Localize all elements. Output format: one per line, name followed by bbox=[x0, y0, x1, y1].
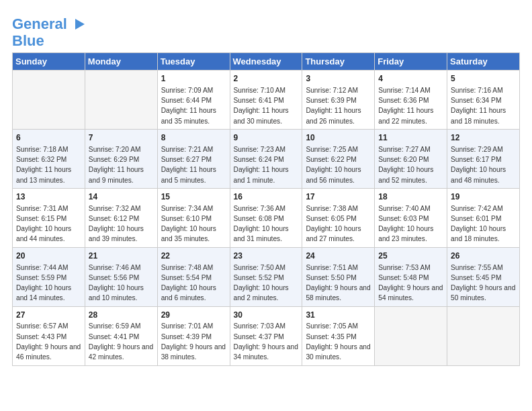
cell-sunset: Sunset: 6:03 PM bbox=[378, 215, 429, 222]
day-number: 2 bbox=[234, 73, 299, 85]
day-number: 7 bbox=[89, 132, 154, 144]
cell-daylight: Daylight: 10 hours and 6 minutes. bbox=[161, 284, 216, 302]
calendar-week-row: 20Sunrise: 7:44 AMSunset: 5:59 PMDayligh… bbox=[13, 247, 520, 306]
cell-sunset: Sunset: 5:52 PM bbox=[234, 274, 284, 281]
cell-sunrise: Sunrise: 7:42 AM bbox=[451, 205, 503, 212]
cell-sunset: Sunset: 6:27 PM bbox=[161, 156, 212, 163]
day-number: 24 bbox=[306, 250, 371, 262]
calendar-cell: 23Sunrise: 7:50 AMSunset: 5:52 PMDayligh… bbox=[230, 247, 302, 306]
cell-daylight: Daylight: 10 hours and 44 minutes. bbox=[16, 225, 71, 242]
cell-daylight: Daylight: 9 hours and 34 minutes. bbox=[234, 343, 298, 361]
weekday-header: Wednesday bbox=[230, 53, 302, 71]
day-number: 8 bbox=[161, 132, 226, 144]
cell-daylight: Daylight: 9 hours and 38 minutes. bbox=[161, 343, 226, 361]
day-number: 14 bbox=[89, 191, 154, 203]
calendar-cell: 31Sunrise: 7:05 AMSunset: 4:35 PMDayligh… bbox=[302, 306, 375, 365]
day-number: 27 bbox=[16, 310, 81, 321]
cell-sunrise: Sunrise: 7:29 AM bbox=[451, 146, 503, 153]
cell-sunrise: Sunrise: 7:32 AM bbox=[89, 205, 141, 212]
day-number: 29 bbox=[161, 310, 226, 321]
cell-sunrise: Sunrise: 7:01 AM bbox=[161, 322, 214, 330]
cell-sunset: Sunset: 6:10 PM bbox=[161, 215, 212, 222]
cell-sunrise: Sunrise: 7:34 AM bbox=[161, 205, 214, 212]
day-number: 22 bbox=[161, 250, 226, 262]
cell-daylight: Daylight: 9 hours and 42 minutes. bbox=[89, 343, 153, 361]
day-number: 28 bbox=[89, 310, 154, 321]
calendar-cell: 1Sunrise: 7:09 AMSunset: 6:44 PMDaylight… bbox=[157, 71, 230, 130]
cell-sunset: Sunset: 4:41 PM bbox=[89, 333, 139, 340]
day-number: 25 bbox=[378, 250, 443, 262]
cell-sunset: Sunset: 6:15 PM bbox=[16, 215, 66, 222]
day-number: 9 bbox=[234, 132, 299, 144]
cell-sunset: Sunset: 6:05 PM bbox=[306, 215, 356, 222]
cell-sunset: Sunset: 6:17 PM bbox=[451, 156, 501, 163]
calendar-week-row: 1Sunrise: 7:09 AMSunset: 6:44 PMDaylight… bbox=[13, 71, 520, 130]
cell-sunset: Sunset: 6:24 PM bbox=[234, 156, 284, 163]
day-number: 20 bbox=[16, 250, 81, 262]
day-number: 10 bbox=[306, 132, 371, 144]
cell-sunset: Sunset: 4:43 PM bbox=[16, 333, 66, 340]
cell-daylight: Daylight: 10 hours and 23 minutes. bbox=[378, 225, 433, 242]
calendar-cell: 27Sunrise: 6:57 AMSunset: 4:43 PMDayligh… bbox=[13, 306, 85, 365]
calendar-cell: 26Sunrise: 7:55 AMSunset: 5:45 PMDayligh… bbox=[447, 247, 520, 306]
cell-sunrise: Sunrise: 7:46 AM bbox=[89, 264, 141, 271]
cell-sunrise: Sunrise: 7:18 AM bbox=[16, 146, 69, 153]
cell-sunrise: Sunrise: 7:55 AM bbox=[451, 264, 503, 271]
calendar-cell: 24Sunrise: 7:51 AMSunset: 5:50 PMDayligh… bbox=[302, 247, 375, 306]
cell-sunset: Sunset: 6:12 PM bbox=[89, 215, 139, 222]
weekday-header: Monday bbox=[85, 53, 157, 71]
cell-sunset: Sunset: 6:29 PM bbox=[89, 156, 139, 163]
cell-sunset: Sunset: 5:59 PM bbox=[16, 274, 66, 281]
calendar-cell: 29Sunrise: 7:01 AMSunset: 4:39 PMDayligh… bbox=[157, 306, 230, 365]
cell-sunrise: Sunrise: 7:20 AM bbox=[89, 146, 141, 153]
cell-daylight: Daylight: 9 hours and 58 minutes. bbox=[306, 284, 370, 302]
calendar-cell bbox=[447, 306, 520, 365]
calendar-cell: 17Sunrise: 7:38 AMSunset: 6:05 PMDayligh… bbox=[302, 188, 375, 247]
cell-sunrise: Sunrise: 7:03 AM bbox=[234, 322, 286, 330]
cell-daylight: Daylight: 11 hours and 22 minutes. bbox=[378, 107, 433, 124]
cell-sunset: Sunset: 6:41 PM bbox=[234, 97, 284, 104]
cell-sunset: Sunset: 6:22 PM bbox=[306, 156, 356, 163]
cell-daylight: Daylight: 10 hours and 52 minutes. bbox=[378, 166, 433, 183]
day-number: 6 bbox=[16, 132, 81, 144]
cell-daylight: Daylight: 11 hours and 5 minutes. bbox=[161, 166, 216, 183]
cell-sunset: Sunset: 6:44 PM bbox=[161, 97, 212, 104]
calendar-cell: 3Sunrise: 7:12 AMSunset: 6:39 PMDaylight… bbox=[302, 71, 375, 130]
calendar-cell: 12Sunrise: 7:29 AMSunset: 6:17 PMDayligh… bbox=[447, 129, 520, 188]
cell-sunrise: Sunrise: 7:51 AM bbox=[306, 264, 358, 271]
cell-daylight: Daylight: 9 hours and 30 minutes. bbox=[306, 343, 370, 361]
calendar-cell: 7Sunrise: 7:20 AMSunset: 6:29 PMDaylight… bbox=[85, 129, 157, 188]
cell-sunrise: Sunrise: 7:16 AM bbox=[451, 87, 503, 94]
calendar-cell bbox=[13, 71, 85, 130]
cell-sunset: Sunset: 6:01 PM bbox=[451, 215, 501, 222]
cell-daylight: Daylight: 10 hours and 2 minutes. bbox=[234, 284, 289, 302]
day-number: 30 bbox=[234, 310, 299, 321]
day-number: 17 bbox=[306, 191, 371, 203]
cell-sunrise: Sunrise: 7:31 AM bbox=[16, 205, 69, 212]
calendar-cell: 4Sunrise: 7:14 AMSunset: 6:36 PMDaylight… bbox=[375, 71, 447, 130]
cell-daylight: Daylight: 10 hours and 18 minutes. bbox=[451, 225, 506, 242]
cell-daylight: Daylight: 10 hours and 39 minutes. bbox=[89, 225, 144, 242]
day-number: 18 bbox=[378, 191, 443, 203]
cell-sunrise: Sunrise: 6:57 AM bbox=[16, 322, 69, 330]
cell-sunrise: Sunrise: 7:53 AM bbox=[378, 264, 431, 271]
cell-daylight: Daylight: 11 hours and 1 minute. bbox=[234, 166, 289, 183]
cell-sunrise: Sunrise: 7:14 AM bbox=[378, 87, 431, 94]
header-row: General Blue bbox=[12, 12, 520, 48]
cell-daylight: Daylight: 11 hours and 26 minutes. bbox=[306, 107, 361, 124]
cell-sunset: Sunset: 4:35 PM bbox=[306, 333, 356, 340]
calendar-cell: 21Sunrise: 7:46 AMSunset: 5:56 PMDayligh… bbox=[85, 247, 157, 306]
cell-sunrise: Sunrise: 7:09 AM bbox=[161, 87, 214, 94]
logo: General Blue bbox=[12, 15, 89, 48]
calendar-cell: 20Sunrise: 7:44 AMSunset: 5:59 PMDayligh… bbox=[13, 247, 85, 306]
weekday-header: Saturday bbox=[447, 53, 520, 71]
cell-sunrise: Sunrise: 7:40 AM bbox=[378, 205, 431, 212]
calendar-cell: 9Sunrise: 7:23 AMSunset: 6:24 PMDaylight… bbox=[230, 129, 302, 188]
calendar-cell: 2Sunrise: 7:10 AMSunset: 6:41 PMDaylight… bbox=[230, 71, 302, 130]
calendar-cell bbox=[375, 306, 447, 365]
day-number: 15 bbox=[161, 191, 226, 203]
cell-sunset: Sunset: 6:39 PM bbox=[306, 97, 356, 104]
logo-icon bbox=[70, 15, 89, 34]
cell-sunset: Sunset: 6:36 PM bbox=[378, 97, 429, 104]
day-number: 16 bbox=[234, 191, 299, 203]
